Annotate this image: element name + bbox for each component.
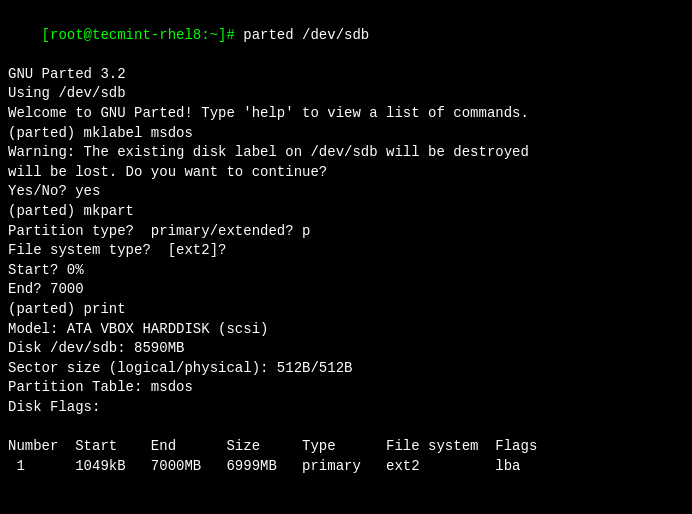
parted-mklabel: (parted) mklabel msdos bbox=[8, 124, 684, 144]
start-line: Start? 0% bbox=[8, 261, 684, 281]
warning-line-1: Warning: The existing disk label on /dev… bbox=[8, 143, 684, 163]
blank-line-1 bbox=[8, 417, 684, 437]
end-line: End? 7000 bbox=[8, 280, 684, 300]
parted-prompt-cursor[interactable]: (parted) bbox=[8, 496, 684, 514]
table-row-1: 1 1049kB 7000MB 6999MB primary ext2 lba bbox=[8, 457, 684, 477]
prompt-line-1: [root@tecmint-rhel8:~]# parted /dev/sdb bbox=[8, 6, 684, 65]
filesystem-type-line: File system type? [ext2]? bbox=[8, 241, 684, 261]
prompt-user: [root@tecmint-rhel8:~]# bbox=[42, 27, 235, 43]
warning-line-2: will be lost. Do you want to continue? bbox=[8, 163, 684, 183]
parted-print: (parted) print bbox=[8, 300, 684, 320]
yesno-line: Yes/No? yes bbox=[8, 182, 684, 202]
output-line-welcome: Welcome to GNU Parted! Type 'help' to vi… bbox=[8, 104, 684, 124]
sector-line: Sector size (logical/physical): 512B/512… bbox=[8, 359, 684, 379]
output-line-using: Using /dev/sdb bbox=[8, 84, 684, 104]
command-1: parted /dev/sdb bbox=[235, 27, 369, 43]
parted-mkpart: (parted) mkpart bbox=[8, 202, 684, 222]
partition-table-line: Partition Table: msdos bbox=[8, 378, 684, 398]
terminal-window: [root@tecmint-rhel8:~]# parted /dev/sdb … bbox=[0, 0, 692, 514]
blank-line-2 bbox=[8, 476, 684, 496]
disk-line: Disk /dev/sdb: 8590MB bbox=[8, 339, 684, 359]
table-header: Number Start End Size Type File system F… bbox=[8, 437, 684, 457]
output-line-gnu: GNU Parted 3.2 bbox=[8, 65, 684, 85]
model-line: Model: ATA VBOX HARDDISK (scsi) bbox=[8, 320, 684, 340]
disk-flags-line: Disk Flags: bbox=[8, 398, 684, 418]
partition-type-line: Partition type? primary/extended? p bbox=[8, 222, 684, 242]
